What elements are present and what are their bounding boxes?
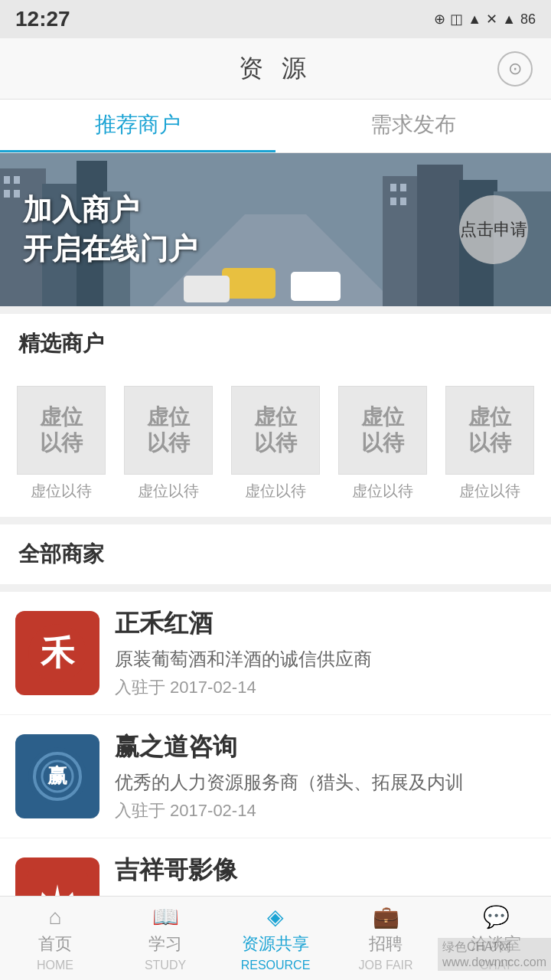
nav-home-en: HOME [37,959,73,972]
nav-item-study[interactable]: 📖 学习 STUDY [110,897,220,980]
merchant-info-consult: 赢之道咨询 优秀的人力资源服务商（猎头、拓展及内训 入驻于 2017-02-14 [115,730,536,822]
featured-item-1[interactable]: 虚位以待 虚位以待 [122,386,214,501]
featured-label-0: 虚位以待 [31,481,92,501]
featured-grid: 虚位以待 虚位以待 虚位以待 虚位以待 虚位以待 虚位以待 虚位以待 虚位以待 … [0,374,551,517]
home-icon: ⌂ [49,905,62,929]
merchant-name-wine: 正禾红酒 [115,607,536,641]
featured-item-2[interactable]: 虚位以待 虚位以待 [230,386,321,501]
network-x-icon: ✕ [486,11,497,28]
svg-text:赢: 赢 [47,765,67,787]
banner: 加入商户 开启在线门户 点击 申请 [0,153,551,306]
svg-rect-20 [400,198,406,205]
merchant-logo-consult: 赢 [15,734,99,818]
status-icons: ⊕ ◫ ▲ ✕ ▲ 86 [434,11,536,28]
status-time: 12:27 [15,7,70,31]
svg-rect-13 [4,176,10,184]
watermark: 绿色CHAT网www.downncc.com [438,938,551,971]
svg-rect-19 [390,198,396,205]
svg-rect-18 [400,184,406,191]
featured-item-3[interactable]: 虚位以待 虚位以待 [337,386,429,501]
featured-placeholder-3: 虚位以待 [338,386,427,475]
featured-label-4: 虚位以待 [459,481,520,501]
featured-placeholder-1: 虚位以待 [124,386,213,475]
status-bar: 12:27 ⊕ ◫ ▲ ✕ ▲ 86 [0,0,551,38]
merchant-name-consult: 赢之道咨询 [115,730,536,764]
content-area: 加入商户 开启在线门户 点击 申请 精选商户 虚位以待 虚位以待 虚位以待 虚位… [0,153,551,980]
merchant-desc-consult: 优秀的人力资源服务商（猎头、拓展及内训 [115,770,497,795]
svg-rect-11 [291,272,341,301]
page-title: 资 源 [239,52,313,86]
featured-placeholder-4: 虚位以待 [445,386,534,475]
featured-label-3: 虚位以待 [352,481,413,501]
featured-section-header: 精选商户 [0,314,551,374]
tab-demand[interactable]: 需求发布 [276,100,551,152]
tab-bar: 推荐商户 需求发布 [0,100,551,153]
merchant-item-consult[interactable]: 赢 赢之道咨询 优秀的人力资源服务商（猎头、拓展及内训 入驻于 2017-02-… [0,715,551,838]
svg-rect-14 [14,176,20,184]
header: 资 源 ⊙ [0,38,551,100]
featured-item-4[interactable]: 虚位以待 虚位以待 [444,386,536,501]
svg-rect-17 [390,184,396,191]
nav-home-cn: 首页 [38,933,72,956]
nav-jobfair-cn: 招聘 [369,933,403,956]
resource-icon: ◈ [267,904,284,929]
featured-item-0[interactable]: 虚位以待 虚位以待 [15,386,107,501]
merchant-date-consult: 入驻于 2017-02-14 [115,799,536,822]
jobfair-icon: 💼 [373,904,399,929]
nav-item-jobfair[interactable]: 💼 招聘 JOB FAIR [331,897,441,980]
avatar-button[interactable]: ⊙ [497,51,533,87]
nav-jobfair-en: JOB FAIR [358,959,412,972]
nav-study-en: STUDY [145,959,186,972]
merchant-info-wine: 正禾红酒 原装葡萄酒和洋酒的诚信供应商 入驻于 2017-02-14 [115,607,536,699]
vibrate-icon: ◫ [450,11,463,28]
nav-study-cn: 学习 [148,933,182,956]
wifi-icon: ▲ [468,11,481,28]
all-merchants-section-header: 全部商家 [0,524,551,584]
nav-item-home[interactable]: ⌂ 首页 HOME [0,897,110,980]
merchant-date-wine: 入驻于 2017-02-14 [115,676,536,699]
signal-strength-icon: ▲ [502,11,516,28]
banner-text: 加入商户 开启在线门户 [23,191,197,269]
svg-rect-10 [222,268,276,299]
featured-label-1: 虚位以待 [138,481,199,501]
nav-resource-cn: 资源共享 [242,933,309,956]
battery-icon: 86 [520,11,536,28]
nav-resource-en: RESOURCE [241,959,311,972]
merchant-logo-wine: 禾 [15,611,99,695]
featured-placeholder-0: 虚位以待 [17,386,106,475]
svg-rect-15 [4,190,10,198]
merchant-desc-wine: 原装葡萄酒和洋酒的诚信供应商 [115,647,497,671]
svg-text:禾: 禾 [40,635,76,672]
svg-rect-6 [383,176,421,306]
person-icon: ⊙ [508,59,522,79]
banner-apply-button[interactable]: 点击 申请 [459,195,528,264]
featured-placeholder-2: 虚位以待 [231,386,320,475]
svg-rect-7 [417,165,463,306]
featured-label-2: 虚位以待 [245,481,306,501]
chat-icon: 💬 [483,904,510,929]
tab-recommended[interactable]: 推荐商户 [0,100,276,152]
svg-rect-12 [184,276,230,302]
svg-rect-16 [14,190,20,198]
merchant-name-photo: 吉祥哥影像 [115,854,536,887]
signal-icon: ⊕ [434,11,445,28]
nav-item-resource[interactable]: ◈ 资源共享 RESOURCE [220,897,331,980]
merchant-item-wine[interactable]: 禾 正禾红酒 原装葡萄酒和洋酒的诚信供应商 入驻于 2017-02-14 [0,592,551,715]
study-icon: 📖 [152,904,179,929]
